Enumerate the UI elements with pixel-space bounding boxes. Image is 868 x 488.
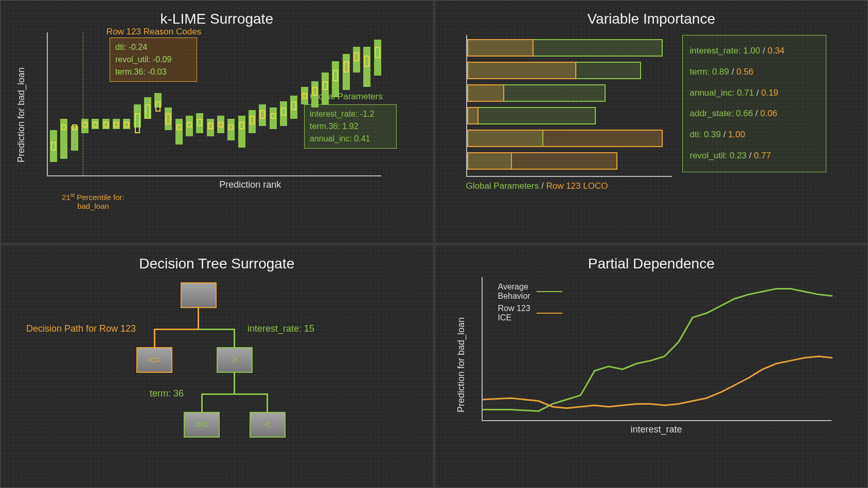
percentile-marker (83, 32, 83, 175)
vi-legend-row: revol_util: 0.23 / 0.77 (690, 146, 819, 167)
tree-edge (234, 329, 235, 347)
klime-candle-yellow (61, 124, 66, 130)
vi-bar-loco (467, 130, 663, 147)
klime-candle-yellow (187, 122, 192, 128)
tree-node-lt: < (250, 412, 286, 438)
vi-bar-loco (467, 152, 618, 170)
pd-legend: Average Behavior Row 123 ICE (498, 282, 562, 326)
tree-split2-label: term: 36 (150, 388, 184, 399)
vi-bar-loco (467, 107, 479, 124)
klime-candle-yellow (93, 122, 98, 128)
tree-edge (201, 393, 268, 395)
vi-bottom-legend: Global Parameters / Row 123 LOCO (466, 181, 853, 191)
klime-candle-yellow (239, 122, 244, 129)
tree-edge (198, 308, 199, 329)
klime-candle-yellow (260, 110, 265, 119)
tree-root-node (181, 282, 217, 308)
vi-legend-row: annual_inc: 0.71 / 0.19 (690, 83, 819, 104)
pd-title: Partial Dependence (451, 256, 853, 272)
vi-bar-loco (467, 84, 504, 102)
reason-row-1: revol_util: -0.09 (115, 53, 191, 66)
panel-partial-dependence: Partial Dependence Prediction for bad_lo… (435, 245, 869, 489)
klime-candle-yellow (218, 122, 223, 128)
klime-candle-yellow (166, 113, 171, 124)
vi-title: Variable Importance (451, 11, 853, 27)
klime-title: k-LIME Surrogate (16, 11, 418, 27)
klime-candle-yellow (291, 101, 296, 110)
percentile-label: 21st Percentile for: bad_loan (57, 192, 129, 210)
vi-bar-loco (467, 62, 577, 79)
vi-bottom-loco: Row 123 LOCO (546, 181, 608, 191)
tree-node-gt: > (217, 347, 253, 373)
global-row-1: term.36: 1.92 (310, 120, 391, 133)
tree-title: Decision Tree Surrogate (16, 256, 418, 272)
panel-decision-tree: Decision Tree Surrogate Decision Path fo… (0, 245, 434, 489)
pd-legend-line-green (537, 291, 562, 292)
tree-edge (199, 329, 235, 330)
klime-candle-yellow (145, 104, 150, 119)
panel-klime: k-LIME Surrogate Prediction for bad_loan… (0, 0, 434, 244)
klime-candle-yellow (103, 122, 109, 128)
tree-path-label: Decision Path for Row 123 (26, 323, 136, 334)
klime-candle-yellow (72, 124, 77, 130)
klime-ylabel: Prediction for bad_loan (16, 67, 27, 162)
vi-bar-chart (466, 35, 672, 177)
pd-ylabel: Prediction for bad_loan (455, 317, 466, 412)
klime-candle-yellow (114, 122, 119, 128)
tree-diagram: Decision Path for Row 123 interest_rate:… (16, 277, 418, 462)
klime-candle-yellow (344, 61, 349, 73)
klime-candle-green (238, 116, 245, 148)
reason-row-0: dti: -0.24 (115, 41, 191, 53)
reason-codes-box: Row 123 Reason Codes dti: -0.24 revol_ut… (110, 38, 197, 82)
tree-split1-label: interest_rate: 15 (247, 323, 314, 334)
klime-candle-yellow (281, 107, 286, 116)
klime-candle-yellow (155, 101, 161, 112)
pd-line (483, 356, 832, 408)
vi-legend-row: dti: 0.39 / 1.00 (690, 124, 819, 146)
vi-legend-row: addr_state: 0.66 / 0.06 (690, 103, 819, 124)
klime-candle-yellow (312, 87, 317, 96)
reason-row-2: term.36: -0.03 (115, 66, 191, 78)
klime-candle-yellow (82, 122, 87, 128)
tree-node-gte: >= (184, 412, 220, 438)
panel-variable-importance: Variable Importance interest_rate: 1.00 … (435, 0, 869, 244)
klime-candle-yellow (124, 122, 129, 128)
klime-candle-yellow (135, 113, 140, 133)
klime-candle-yellow (354, 52, 359, 61)
tree-edge (201, 393, 203, 412)
pd-legend-avg: Average Behavior (498, 282, 530, 301)
global-params-title: Global Parameters (310, 92, 383, 102)
vi-bar-loco (467, 39, 534, 57)
tree-edge (267, 393, 268, 412)
global-params-box: Global Parameters interest_rate: -1.2 te… (304, 104, 397, 149)
klime-chart: Prediction for bad_loan Row 123 Reason C… (42, 32, 418, 187)
klime-candle-green (175, 119, 183, 144)
pd-plot-area: Average Behavior Row 123 ICE (482, 277, 831, 421)
klime-candle-yellow (302, 93, 307, 99)
vi-bar-global (467, 107, 596, 124)
global-row-2: annual_inc: 0.41 (310, 133, 391, 145)
klime-candle-green (363, 47, 370, 87)
vi-bottom-global: Global Parameters (466, 181, 539, 191)
pd-xlabel: interest_rate (482, 424, 831, 435)
vi-legend-row: term: 0.89 / 0.56 (690, 62, 819, 83)
tree-edge (234, 373, 235, 393)
klime-candle-yellow (333, 70, 338, 81)
klime-candle-yellow (208, 123, 213, 129)
klime-xlabel: Prediction rank (83, 179, 418, 190)
pd-legend-line-orange (537, 313, 562, 314)
klime-candle-yellow (323, 81, 328, 90)
vi-legend-row: interest_rate: 1.00 / 0.34 (690, 41, 819, 62)
tree-edge (154, 329, 155, 347)
global-row-0: interest_rate: -1.2 (310, 108, 391, 120)
pd-legend-ice: Row 123 ICE (498, 304, 530, 322)
klime-plot-area: Row 123 Reason Codes dti: -0.24 revol_ut… (47, 32, 381, 176)
klime-candle-yellow (176, 124, 182, 130)
klime-candle-yellow (364, 56, 369, 67)
klime-candle-yellow (197, 119, 202, 126)
klime-candle-yellow (250, 116, 255, 124)
tree-edge (154, 329, 199, 330)
klime-candle-yellow (271, 113, 276, 119)
klime-candle-yellow (228, 124, 234, 130)
reason-codes-title: Row 123 Reason Codes (102, 27, 205, 37)
